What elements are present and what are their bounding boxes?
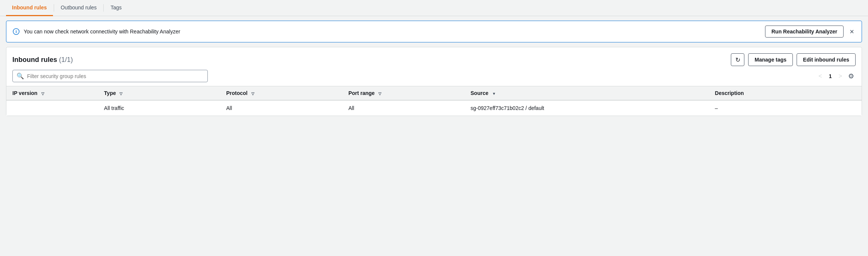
rules-table-wrapper: IP version ▽ Type ▽ Protocol ▽ Port rang… — [6, 86, 862, 116]
inbound-rules-card: Inbound rules (1/1) ↻ Manage tags Edit i… — [6, 47, 862, 116]
manage-tags-button[interactable]: Manage tags — [748, 53, 793, 66]
pagination-area: < 1 > ⚙ — [817, 71, 856, 82]
table-header-row: IP version ▽ Type ▽ Protocol ▽ Port rang… — [6, 86, 862, 100]
cell-description: – — [709, 100, 862, 116]
table-settings-button[interactable]: ⚙ — [847, 71, 856, 82]
refresh-icon: ↻ — [735, 56, 740, 63]
card-title: Inbound rules (1/1) — [12, 56, 727, 64]
filter-row: 🔍 < 1 > ⚙ — [6, 70, 862, 86]
pagination-page-number: 1 — [827, 73, 834, 79]
info-icon: i — [12, 28, 20, 35]
col-header-type[interactable]: Type ▽ — [98, 86, 220, 100]
banner-close-button[interactable]: × — [848, 28, 856, 35]
cell-ip-version — [6, 100, 98, 116]
card-title-count: (1/1) — [59, 56, 73, 63]
sort-icon-port-range: ▽ — [378, 92, 381, 96]
tab-divider-2 — [103, 4, 104, 12]
settings-icon: ⚙ — [848, 72, 854, 80]
tab-inbound-rules[interactable]: Inbound rules — [6, 0, 53, 16]
banner-message: You can now check network connectivity w… — [24, 29, 180, 35]
table-header: IP version ▽ Type ▽ Protocol ▽ Port rang… — [6, 86, 862, 100]
info-banner: i You can now check network connectivity… — [6, 21, 862, 42]
run-reachability-analyzer-button[interactable]: Run Reachability Analyzer — [765, 26, 844, 38]
col-header-port-range[interactable]: Port range ▽ — [342, 86, 464, 100]
pagination-prev-button[interactable]: < — [817, 71, 823, 81]
col-header-protocol[interactable]: Protocol ▽ — [220, 86, 342, 100]
rules-table: IP version ▽ Type ▽ Protocol ▽ Port rang… — [6, 86, 862, 116]
edit-inbound-rules-button[interactable]: Edit inbound rules — [797, 53, 856, 66]
pagination-next-button[interactable]: > — [837, 71, 844, 81]
search-icon: 🔍 — [17, 72, 24, 80]
tabs-container: Inbound rules Outbound rules Tags — [0, 0, 868, 16]
svg-text:i: i — [15, 29, 17, 34]
filter-security-group-rules-input[interactable] — [27, 73, 204, 79]
refresh-button[interactable]: ↻ — [731, 53, 744, 66]
sort-icon-protocol: ▽ — [251, 92, 254, 96]
tab-tags[interactable]: Tags — [104, 0, 128, 16]
col-header-ip-version[interactable]: IP version ▽ — [6, 86, 98, 100]
cell-protocol: All — [220, 100, 342, 116]
col-header-description: Description — [709, 86, 862, 100]
cell-source: sg-0927eff73c71b02c2 / default — [464, 100, 709, 116]
cell-port-range: All — [342, 100, 464, 116]
cell-type: All traffic — [98, 100, 220, 116]
tab-divider-1 — [54, 4, 54, 12]
tab-outbound-rules[interactable]: Outbound rules — [55, 0, 103, 16]
search-box: 🔍 — [12, 70, 208, 82]
card-header: Inbound rules (1/1) ↻ Manage tags Edit i… — [6, 47, 862, 70]
table-row: All traffic All All sg-0927eff73c71b02c2… — [6, 100, 862, 116]
sort-icon-ip-version: ▽ — [41, 92, 44, 96]
table-body: All traffic All All sg-0927eff73c71b02c2… — [6, 100, 862, 116]
col-header-source[interactable]: Source ▼ — [464, 86, 709, 100]
sort-icon-type: ▽ — [119, 92, 122, 96]
sort-icon-source: ▼ — [492, 92, 496, 96]
banner-text-area: i You can now check network connectivity… — [12, 28, 761, 35]
